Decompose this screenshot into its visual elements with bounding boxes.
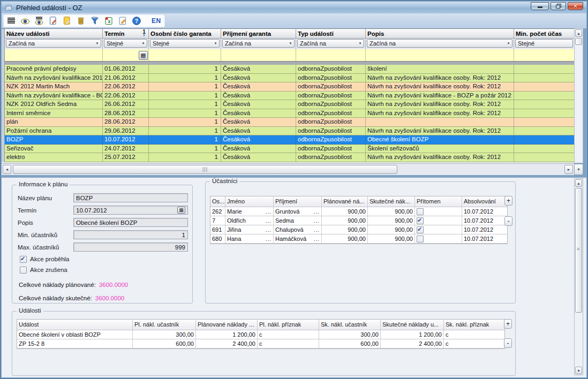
- filter-dropdown-osobni-cislo[interactable]: Stejné▼: [150, 39, 220, 48]
- action-cancelled-checkbox[interactable]: [20, 267, 27, 274]
- present-checkbox[interactable]: [417, 226, 424, 233]
- add-event-button[interactable]: +: [504, 319, 512, 329]
- filter-dropdown-popis[interactable]: Začíná na▼: [367, 39, 512, 48]
- export-excel-button[interactable]: x: [104, 16, 114, 26]
- column-header-popis[interactable]: Popis: [366, 29, 514, 39]
- table-row-selected[interactable]: BOZP 10.07.2012 1 Česáková odbornaZpusob…: [5, 135, 574, 145]
- column-header-prijmeni[interactable]: Příjmení garanta: [221, 29, 296, 39]
- new-record-button[interactable]: [48, 16, 58, 26]
- filter-dropdown-termin[interactable]: Stejné▼: [104, 39, 147, 48]
- scroll-left-button[interactable]: ◄: [3, 165, 11, 174]
- filter-input-cell[interactable]: [514, 49, 574, 61]
- scroll-down-button[interactable]: ▼: [575, 367, 582, 374]
- restore-button[interactable]: [551, 2, 566, 10]
- table-row[interactable]: NZK 2012 Martin Mach 22.06.2012 1 Česáko…: [5, 82, 574, 92]
- filter-dropdown-typ[interactable]: Začíná na▼: [297, 39, 364, 48]
- event-row[interactable]: Obecné školení v oblasti BOZP 300,00 1 2…: [17, 330, 504, 339]
- table-row[interactable]: Interní směrnice 28.06.2012 1 Česáková o…: [5, 109, 574, 118]
- column-header[interactable]: Sk. nákl. učastník: [319, 320, 381, 330]
- table-row[interactable]: NZK 2012 Oldřich Sedma 26.06.2012 1 Česá…: [5, 100, 574, 109]
- scroll-up-button[interactable]: ▲: [575, 29, 582, 37]
- column-header-min-pocet[interactable]: Min. počet účas: [514, 29, 574, 39]
- table-row[interactable]: Požární ochrana 29.06.2012 1 Česáková od…: [5, 127, 574, 136]
- participant-row[interactable]: 262 Marie... Gruntová... 900,00 900,00 1…: [210, 207, 507, 216]
- add-participant-button[interactable]: +: [504, 196, 512, 206]
- view-button[interactable]: [20, 16, 30, 26]
- action-done-checkbox[interactable]: [20, 256, 27, 263]
- view-columns-button[interactable]: [34, 16, 44, 26]
- column-header[interactable]: Plánované ná...: [322, 196, 368, 207]
- column-header[interactable]: Skutečné náklady u...: [381, 320, 444, 330]
- table-row[interactable]: elektro 25.07.2012 1 Česáková odbornaZpu…: [5, 153, 574, 162]
- close-button[interactable]: ✕: [568, 2, 583, 10]
- column-header[interactable]: Os...: [210, 196, 225, 207]
- column-header[interactable]: Pl. nákl. učastník: [133, 320, 196, 330]
- column-header[interactable]: Absolvování: [462, 196, 507, 207]
- delete-record-button[interactable]: [76, 16, 86, 26]
- participant-row[interactable]: 680 Hana... Hamáčková... 900,00 900,00 1…: [210, 234, 507, 244]
- notes-button[interactable]: [118, 16, 127, 26]
- column-header[interactable]: Skutečné nák...: [368, 196, 415, 207]
- plan-date-field[interactable]: 10.07.2012▦: [73, 206, 188, 215]
- table-row[interactable]: Pracovně právní předpisy 01.06.2012 1 Če…: [5, 65, 574, 74]
- scroll-up-button[interactable]: ▲: [575, 179, 582, 187]
- column-header[interactable]: Přítomen: [415, 196, 462, 207]
- ellipsis-browse-button[interactable]: ...: [266, 227, 272, 233]
- present-checkbox[interactable]: [417, 236, 424, 242]
- grid-vertical-scrollbar[interactable]: ▲: [574, 28, 583, 163]
- column-header-termin[interactable]: Termín 1▼: [103, 29, 149, 39]
- ellipsis-browse-button[interactable]: ...: [266, 236, 272, 242]
- scroll-down-button[interactable]: ▼: [574, 164, 583, 175]
- table-row[interactable]: plán 28.06.2012 1 Česáková odbornaZpusob…: [5, 118, 574, 127]
- participant-row[interactable]: 691 Jiřina... Chalupová... 900,00 900,00…: [210, 225, 507, 234]
- filter-input-cell[interactable]: [221, 49, 296, 61]
- horizontal-scroll-thumb[interactable]: |||: [13, 165, 397, 174]
- ellipsis-browse-button[interactable]: ...: [266, 209, 272, 215]
- panel-vertical-scrollbar[interactable]: ▲ ▼: [574, 178, 583, 375]
- ellipsis-browse-button[interactable]: ...: [266, 218, 272, 224]
- filter-input-cell[interactable]: [5, 49, 103, 61]
- ellipsis-browse-button[interactable]: ...: [314, 227, 320, 233]
- column-header[interactable]: Jméno: [225, 196, 274, 207]
- column-header[interactable]: Sk. nákl. příznak: [444, 320, 504, 330]
- column-header-nazev[interactable]: Název události: [5, 29, 103, 39]
- filter-dropdown-min-pocet[interactable]: Stejné: [515, 39, 573, 48]
- minimize-button[interactable]: [531, 2, 549, 10]
- filter-input-cell[interactable]: [296, 49, 366, 61]
- filter-dropdown-nazev[interactable]: Začíná na▼: [6, 39, 101, 48]
- calendar-picker-button[interactable]: ▦: [139, 51, 148, 60]
- ellipsis-browse-button[interactable]: ...: [314, 218, 320, 224]
- present-checkbox[interactable]: [417, 217, 424, 224]
- plan-name-field[interactable]: BOZP: [73, 193, 188, 202]
- filter-input-cell[interactable]: [149, 49, 221, 61]
- vertical-scroll-thumb[interactable]: [575, 188, 582, 313]
- list-button[interactable]: [6, 16, 16, 26]
- language-button[interactable]: EN: [150, 16, 163, 26]
- remove-event-button[interactable]: -: [504, 338, 512, 348]
- filter-input-cell[interactable]: ▦: [103, 49, 149, 61]
- column-header[interactable]: Pl. nákl. příznak: [258, 320, 319, 330]
- table-row[interactable]: Návrh na zvyšování kvalifikace - BOZ 22.…: [5, 92, 574, 101]
- plan-max-participants-field[interactable]: 999: [73, 242, 188, 252]
- event-row[interactable]: ZP 15-2 8 600,00 2 400,00 c 600,00 2 400…: [17, 339, 504, 348]
- plan-min-participants-field[interactable]: 1: [73, 230, 188, 239]
- help-button[interactable]: ?: [132, 16, 141, 26]
- present-checkbox[interactable]: [417, 208, 424, 215]
- plan-desc-field[interactable]: Obecné školení BOZP: [73, 218, 188, 227]
- column-header-typ[interactable]: Typ události: [296, 29, 366, 39]
- ellipsis-browse-button[interactable]: ...: [314, 209, 320, 215]
- remove-participant-button[interactable]: -: [504, 216, 512, 226]
- column-header[interactable]: Událost: [17, 320, 133, 330]
- table-row[interactable]: Seřizovač 24.07.2012 1 Česáková odbornaZ…: [5, 145, 574, 154]
- column-header[interactable]: Plánované náklady ...: [196, 320, 258, 330]
- scroll-right-button[interactable]: ►: [564, 165, 573, 174]
- filter-dropdown-prijmeni[interactable]: Začíná na▼: [222, 39, 295, 48]
- ellipsis-browse-button[interactable]: ...: [314, 236, 320, 242]
- calendar-picker-button[interactable]: ▦: [177, 207, 185, 214]
- column-header-osobni-cislo[interactable]: Osobní číslo garanta: [149, 29, 221, 39]
- filter-input-cell[interactable]: [366, 49, 514, 61]
- participant-row[interactable]: 7 Oldřich... Sedma... 900,00 900,00 10.0…: [210, 216, 507, 225]
- table-row[interactable]: Návrh na zvyšování kvalifikace 2012 21.0…: [5, 74, 574, 83]
- filter-button[interactable]: [90, 16, 100, 26]
- vertical-scroll-thumb[interactable]: [575, 38, 582, 45]
